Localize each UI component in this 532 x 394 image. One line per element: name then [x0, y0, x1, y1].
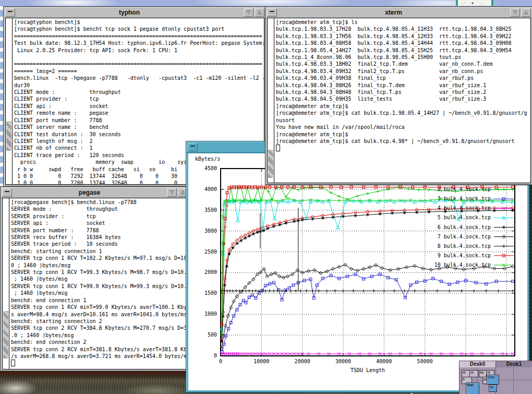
scrollbar-thumb[interactable]	[268, 150, 273, 178]
chart-series-3	[221, 273, 514, 353]
pager-mini-window-xt[interactable]: xt	[469, 370, 478, 377]
xclock-window-partial	[456, 0, 493, 6]
y-tick-label: 2500	[204, 249, 217, 255]
y-tick-label: 4000	[204, 186, 217, 192]
terminal-cursor	[11, 360, 15, 366]
gnuplot-canvas: kBytes/s01000020000300004000050000050010…	[188, 153, 527, 390]
window-menu-button[interactable]	[2, 188, 12, 197]
svg-text:8 bulk.4.sock.tcp: 8 bulk.4.sock.tcp	[438, 243, 491, 249]
desk-label[interactable]: Desk0	[460, 361, 495, 367]
svg-text:3 bulk.4.sock.tcp: 3 bulk.4.sock.tcp	[438, 196, 491, 201]
svg-text:9 bulk.4.sock.tcp: 9 bulk.4.sock.tcp	[438, 253, 491, 258]
legend-entry-5: 5 bulk.4.sock.tcp	[438, 214, 514, 220]
window-menu-button[interactable]	[188, 143, 198, 151]
chart-ylabel: kBytes/s	[195, 156, 220, 162]
x-tick-label: 50000	[417, 359, 433, 364]
svg-text:5 bulk.4.sock.tcp: 5 bulk.4.sock.tcp	[438, 214, 491, 220]
xterm-scrollbar[interactable]	[268, 18, 274, 183]
legend-entry-9: 9 bulk.4.sock.tcp	[438, 253, 514, 258]
chart-series-4	[220, 352, 514, 355]
desktop: typhon ▽ △ [roca@typhon bencht]$ [roca@t…	[0, 0, 532, 394]
x-tick-label: 30000	[335, 359, 351, 364]
shade-button[interactable]: ▽	[244, 8, 253, 17]
shade-button[interactable]: ▽	[510, 8, 520, 17]
throughput-chart: kBytes/s01000020000300004000050000050010…	[188, 153, 527, 390]
menu-dash-icon	[190, 146, 195, 147]
legend-entry-6: 6 bulk.4.sock.tcp	[438, 224, 514, 230]
svg-text:6 bulk.4.sock.tcp: 6 bulk.4.sock.tcp	[438, 224, 491, 230]
terminal-cursor	[276, 145, 280, 151]
pager-desk-1[interactable]: Desk1	[496, 361, 532, 394]
xterm-titlebar[interactable]: xterm ▽ △	[265, 7, 532, 18]
desk-pages-grid[interactable]: xtxttwxttipaGnuMailxv	[460, 367, 495, 393]
y-tick-label: 0	[214, 353, 217, 359]
x-tick-label: 40000	[376, 359, 392, 364]
pegase-terminal-output[interactable]: [roca@pegase bench]$ benchd.linux -p7788…	[9, 198, 187, 369]
window-xterm: xterm ▽ △ [roca@demeter atm_tcp]$ ls bul…	[265, 6, 532, 185]
xterm-client-area: [roca@demeter atm_tcp]$ ls bulk.tcp.1.98…	[267, 18, 531, 183]
xterm-terminal-output[interactable]: [roca@demeter atm_tcp]$ ls bulk.tcp.1.98…	[274, 18, 530, 183]
y-tick-label: 3000	[204, 228, 217, 234]
svg-text:7 bulk.4.sock.tcp: 7 bulk.4.sock.tcp	[438, 234, 491, 240]
menu-dash-icon	[5, 191, 9, 192]
y-tick-label: 2000	[204, 269, 217, 275]
x-tick-label: 0	[219, 359, 222, 364]
chart-xlabel: TSDU Length	[350, 367, 385, 373]
menu-dash-icon	[270, 11, 274, 12]
pegase-client-area: [roca@pegase bench]$ benchd.linux -p7788…	[2, 198, 188, 369]
window-menu-button[interactable]	[5, 8, 15, 17]
pager-desk-0[interactable]: Desk0xtxttwxttipaGnuMailxv	[460, 361, 496, 394]
x-tick-label: 20000	[295, 359, 310, 364]
window-title: pegase	[13, 189, 166, 196]
window-menu-button[interactable]	[267, 8, 277, 17]
pegase-titlebar[interactable]: pegase ▽ △	[1, 187, 189, 198]
legend-entry-10: 10 bulk.4.sock.tcp	[434, 262, 514, 268]
window-title: typhon	[16, 9, 243, 16]
typhon-scrollbar[interactable]	[6, 18, 13, 184]
x-tick-label: 10000	[253, 359, 269, 364]
typhon-titlebar[interactable]: typhon ▽ △	[4, 7, 266, 18]
y-tick-label: 4500	[204, 165, 217, 171]
maximize-button[interactable]: △	[521, 8, 531, 17]
legend-entry-8: 8 bulk.4.sock.tcp	[438, 243, 514, 249]
chart-series-8	[220, 289, 514, 292]
y-tick-label: 1000	[204, 311, 217, 317]
svg-text:2 bulk.4.sock.tcp: 2 bulk.4.sock.tcp	[438, 186, 491, 192]
chart-series-7	[220, 263, 515, 350]
svg-text:10 bulk.4.sock.tcp: 10 bulk.4.sock.tcp	[434, 262, 491, 268]
window-pegase: pegase ▽ △ [roca@pegase bench]$ benchd.l…	[0, 186, 190, 372]
y-tick-label: 3500	[204, 207, 217, 213]
pager-mini-window-mail[interactable]: Mail	[466, 383, 479, 394]
legend-entry-7: 7 bulk.4.sock.tcp	[438, 234, 514, 240]
pegase-scrollbar[interactable]	[3, 198, 9, 369]
menu-dash-icon	[8, 11, 13, 12]
maximize-button[interactable]: △	[255, 8, 264, 17]
y-tick-label: 500	[208, 332, 217, 338]
desk-pages-grid[interactable]	[496, 367, 532, 393]
fvwm-pager[interactable]: Desk0xtxttwxttipaGnuMailxvDesk1	[459, 361, 532, 394]
shade-button[interactable]: ▽	[167, 188, 177, 197]
desk-label[interactable]: Desk1	[496, 361, 532, 367]
y-tick-label: 1500	[204, 290, 217, 296]
scrollbar-thumb[interactable]	[3, 311, 8, 359]
scrollbar-thumb[interactable]	[6, 121, 11, 151]
svg-text:4 bulk.4.sock.tcp: 4 bulk.4.sock.tcp	[438, 205, 491, 211]
window-title: xterm	[278, 9, 509, 16]
